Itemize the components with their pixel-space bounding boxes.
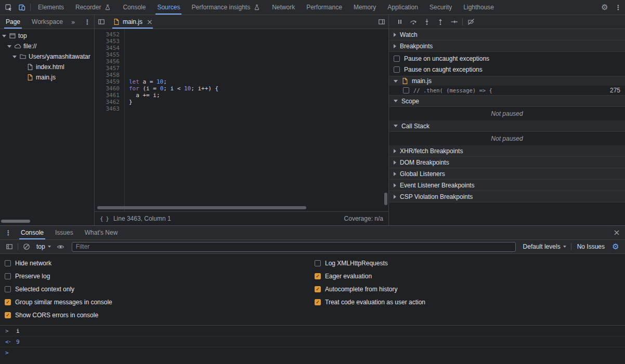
step-icon[interactable] [447, 15, 461, 29]
section-csp-violation-breakpoints[interactable]: CSP Violation Breakpoints [389, 191, 625, 203]
setting-hide-network[interactable]: Hide network [5, 257, 315, 269]
tree-item-index-html[interactable]: index.html [0, 62, 94, 72]
tab-main-js[interactable]: main.js × [108, 15, 157, 29]
console-filter-input[interactable] [72, 242, 516, 252]
expand-arrow-icon[interactable] [394, 183, 396, 187]
collapse-arrow-icon[interactable] [394, 80, 398, 83]
collapse-arrow-icon[interactable] [394, 100, 398, 102]
section-scope[interactable]: Scope [389, 96, 625, 107]
expand-arrow-icon[interactable] [394, 33, 396, 37]
section-call-stack[interactable]: Call Stack [389, 120, 625, 132]
setting-autocomplete-from-history[interactable]: Autocomplete from history [315, 282, 425, 295]
setting-preserve-log[interactable]: Preserve log [5, 269, 315, 282]
log-levels-selector[interactable]: Default levels [520, 240, 569, 253]
editor-horizontal-scrollbar[interactable] [97, 206, 306, 209]
context-selector[interactable]: top [33, 240, 54, 253]
checkbox-unchecked[interactable] [5, 260, 11, 266]
section-xhr-fetch-breakpoints[interactable]: XHR/fetch Breakpoints [389, 145, 625, 157]
line-number[interactable]: 3459 [95, 78, 120, 85]
checkbox-unchecked[interactable] [315, 260, 321, 266]
toggle-debugger-sidebar-icon[interactable] [375, 15, 388, 29]
tab-security[interactable]: Security [424, 0, 458, 15]
drawer-tab-console[interactable]: Console [15, 226, 49, 239]
setting-treat-code-evaluation-as-user-action[interactable]: Treat code evaluation as user action [315, 295, 425, 308]
close-tab-icon[interactable]: × [147, 18, 153, 25]
section-dom-breakpoints[interactable]: DOM Breakpoints [389, 157, 625, 168]
checkbox-unchecked[interactable] [394, 56, 400, 62]
expand-arrow-icon[interactable] [394, 195, 396, 199]
tab-memory[interactable]: Memory [348, 0, 382, 15]
tab-network[interactable]: Network [266, 0, 301, 15]
expand-arrow-icon[interactable] [394, 149, 396, 153]
navigator-tab-page[interactable]: Page [0, 15, 26, 29]
tab-elements[interactable]: Elements [32, 0, 70, 15]
checkbox-unchecked[interactable] [403, 87, 409, 93]
checkbox-unchecked[interactable] [5, 273, 11, 279]
checkbox-checked[interactable] [315, 299, 321, 305]
inspect-element-icon[interactable] [2, 0, 15, 15]
tree-item-main-js[interactable]: main.js [0, 72, 94, 83]
tab-sources[interactable]: Sources [151, 0, 186, 15]
checkbox-unchecked[interactable] [394, 66, 400, 73]
setting-eager-evaluation[interactable]: Eager evaluation [315, 269, 425, 282]
tab-performance[interactable]: Performance [301, 0, 348, 15]
drawer-menu-icon[interactable]: ⋮ [2, 226, 15, 239]
line-number[interactable]: 3463 [95, 105, 120, 112]
pause-icon[interactable] [393, 15, 407, 29]
tree-item-file[interactable]: file:// [0, 41, 94, 51]
navigator-tab-workspace[interactable]: Workspace [26, 15, 69, 29]
option-pause-on-caught-exceptions[interactable]: Pause on caught exceptions [389, 65, 625, 74]
navigator-horizontal-scrollbar[interactable] [1, 220, 30, 223]
tab-performance-insights[interactable]: Performance insights [186, 0, 266, 15]
code-editor[interactable]: 3452345334543455345634573458345934603461… [95, 29, 388, 211]
expand-arrow-icon[interactable] [394, 44, 396, 48]
collapse-arrow-icon[interactable] [7, 45, 11, 48]
option-pause-on-uncaught-exceptions[interactable]: Pause on uncaught exceptions [389, 54, 625, 63]
line-number[interactable]: 3457 [95, 65, 120, 72]
tab-console[interactable]: Console [117, 0, 151, 15]
line-number-gutter[interactable]: 3452345334543455345634573458345934603461… [95, 29, 125, 211]
code-content[interactable]: let a = 10;for (i = 0; i < 10; i++) { a … [125, 29, 388, 211]
section-breakpoints[interactable]: Breakpoints [389, 41, 625, 52]
setting-log-xmlhttprequests[interactable]: Log XMLHttpRequests [315, 257, 425, 269]
console-prompt[interactable]: > [0, 347, 625, 358]
setting-selected-context-only[interactable]: Selected context only [5, 282, 315, 295]
line-number[interactable]: 3462 [95, 99, 120, 105]
settings-gear-icon[interactable]: ⚙ [598, 0, 611, 15]
close-drawer-icon[interactable]: × [610, 226, 623, 239]
line-number[interactable]: 3461 [95, 92, 120, 99]
tab-application[interactable]: Application [382, 0, 424, 15]
drawer-tab-what-s-new[interactable]: What's New [79, 226, 124, 239]
line-number[interactable]: 3460 [95, 85, 120, 92]
issues-counter[interactable]: No Issues [573, 243, 609, 250]
checkbox-checked[interactable] [315, 286, 321, 292]
collapse-arrow-icon[interactable] [394, 125, 398, 127]
checkbox-checked[interactable] [315, 273, 321, 279]
step-over-icon[interactable] [407, 15, 420, 29]
checkbox-checked[interactable] [5, 312, 11, 318]
drawer-tab-issues[interactable]: Issues [49, 226, 79, 239]
checkbox-unchecked[interactable] [5, 286, 11, 292]
section-global-listeners[interactable]: Global Listeners [389, 168, 625, 180]
checkbox-checked[interactable] [5, 299, 11, 305]
navigator-more-icon[interactable]: ⋮ [81, 15, 94, 29]
setting-group-similar-messages-in-console[interactable]: Group similar messages in console [5, 295, 315, 308]
breakpoint-entry[interactable]: // .then( (message) => {275 [389, 86, 625, 96]
deactivate-breakpoints-icon[interactable] [464, 15, 478, 29]
line-number[interactable]: 3453 [95, 38, 120, 45]
setting-show-cors-errors-in-console[interactable]: Show CORS errors in console [5, 308, 315, 321]
section-event-listener-breakpoints[interactable]: Event Listener Breakpoints [389, 180, 625, 191]
step-out-icon[interactable] [434, 15, 447, 29]
line-number[interactable]: 3454 [95, 45, 120, 51]
tab-lighthouse[interactable]: Lighthouse [458, 0, 500, 15]
editor-vertical-scrollbar[interactable] [384, 193, 387, 205]
pretty-print-icon[interactable]: { } [100, 215, 109, 222]
section-watch[interactable]: Watch [389, 29, 625, 41]
device-toolbar-icon[interactable] [15, 0, 29, 15]
tree-item-top[interactable]: top [0, 31, 94, 41]
line-number[interactable]: 3455 [95, 51, 120, 58]
line-number[interactable]: 3458 [95, 72, 120, 78]
overflow-tabs-icon[interactable]: » [69, 15, 78, 29]
breakpoint-group-main-js[interactable]: main.js [389, 76, 625, 86]
tab-recorder[interactable]: Recorder [70, 0, 117, 15]
